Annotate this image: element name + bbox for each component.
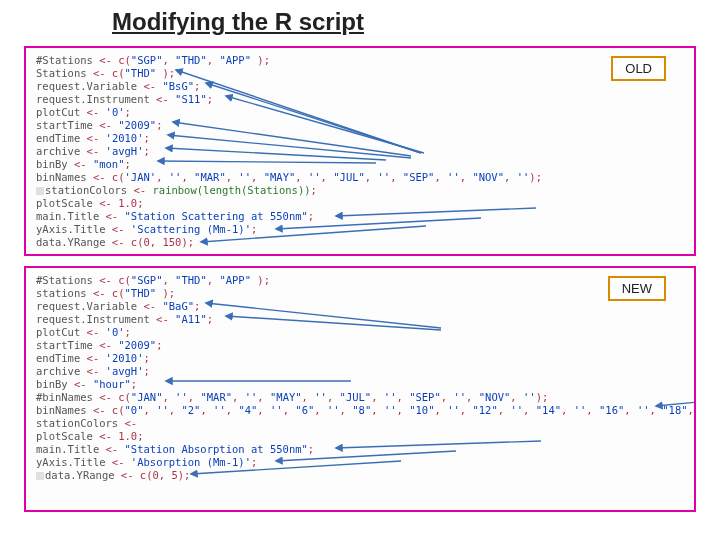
code-line: plotCut <- '0'; [36,106,684,119]
new-code-panel: NEW #Stations <- c("SGP", "TH [24,266,696,512]
code-line: request.Instrument <- "S11"; [36,93,684,106]
caret-box-icon [36,187,44,195]
page-title: Modifying the R script [112,8,700,36]
code-line: request.Variable <- "BaG"; [36,300,684,313]
new-panel-wrap: NEW #Stations <- c("SGP", "TH [20,266,700,512]
code-line: startTime <- "2009"; [36,119,684,132]
code-line: #Stations <- c("SGP", "THD", "APP" ); [36,54,684,67]
new-label: NEW [608,276,666,301]
code-line: stations <- c("THD" ); [36,287,684,300]
code-line: #binNames <- c("JAN", '', "MAR", '', "MA… [36,391,684,404]
code-line: endTime <- '2010'; [36,352,684,365]
code-line: binNames <- c("0", '', "2", '', "4", '',… [36,404,684,417]
code-line: yAxis.Title <- 'Absorption (Mm-1)'; [36,456,684,469]
code-line: plotScale <- 1.0; [36,430,684,443]
code-line: request.Instrument <- "A11"; [36,313,684,326]
code-line: binNames <- c('JAN', '', "MAR", '', "MAY… [36,171,684,184]
code-line: stationColors <- plotScale <- 1.0; main.… [36,417,684,482]
code-line: binBy <- "mon"; [36,158,684,171]
code-line: stationColors <- rainbow(length(Stations… [36,184,684,197]
code-line: data.YRange <- c(0, 150); [36,236,684,249]
code-line: main.Title <- "Station Scattering at 550… [36,210,684,223]
old-code-panel: OLD [24,46,696,256]
code-line: startTime <- "2009"; [36,339,684,352]
code-line: archive <- 'avgH'; [36,145,684,158]
code-line: plotCut <- '0'; [36,326,684,339]
code-line: yAxis.Title <- 'Scattering (Mm-1)'; [36,223,684,236]
code-line: #Stations <- c("SGP", "THD", "APP" ); [36,274,684,287]
code-line: main.Title <- "Station Absorption at 550… [36,443,684,456]
old-label: OLD [611,56,666,81]
code-line: plotScale <- 1.0; [36,197,684,210]
code-line: request.Variable <- "BsG"; [36,80,684,93]
code-line: data.YRange <- c(0, 5); [36,469,684,482]
caret-box-icon [36,472,44,480]
slide: Modifying the R script OLD [0,0,720,540]
code-line: archive <- 'avgH'; [36,365,684,378]
code-line: Stations <- c("THD" ); [36,67,684,80]
code-line: endTime <- '2010'; [36,132,684,145]
old-panel-wrap: OLD [20,46,700,256]
code-line: binBy <- "hour"; [36,378,684,391]
